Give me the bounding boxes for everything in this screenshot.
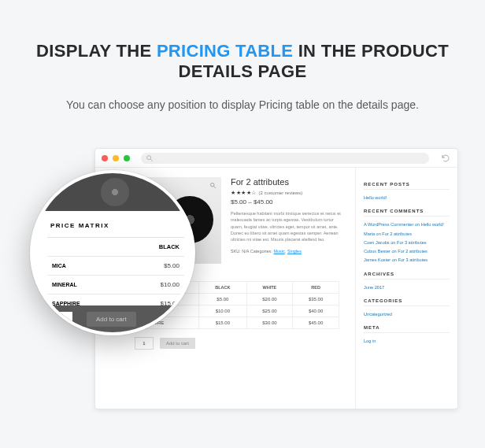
table-row: SAPPHIRE $15.00 $30.00 $45.00: [135, 317, 339, 329]
sidebar-heading: META: [364, 325, 450, 333]
category-link[interactable]: Music: [273, 249, 284, 254]
list-item[interactable]: Coen Jacobs on For 3 attributes: [364, 239, 450, 247]
quantity-input[interactable]: 1: [135, 337, 154, 350]
price-cell: $40.00: [293, 305, 339, 317]
list-item[interactable]: June 2017: [364, 283, 450, 292]
url-bar[interactable]: [141, 153, 429, 164]
price-cell: $5.00: [199, 294, 246, 305]
price-cell: $20.00: [246, 294, 293, 305]
table-header: BLACK: [199, 282, 246, 294]
window-zoom-icon: [124, 155, 130, 161]
pricing-table-zoom: BLACK MICA $5.00 MINERAL $10.00 SAPPHIRE: [47, 238, 184, 313]
list-item[interactable]: Maria on For 2 attributes: [364, 230, 450, 239]
product-description: Pellentesque habitant morbi tristique se…: [231, 210, 344, 243]
quantity-input[interactable]: 1: [57, 312, 72, 326]
magnify-icon: [209, 182, 217, 189]
price-range: $5.00 – $45.00: [231, 198, 344, 205]
list-item[interactable]: James Koster on For 3 attributes: [364, 256, 450, 265]
price-cell: $35.00: [293, 294, 339, 305]
svg-point-2: [211, 183, 215, 187]
svg-line-3: [214, 187, 216, 188]
zoom-lens: PRICE MATRIX BLACK MICA $5.00 MINERAL: [30, 170, 195, 335]
sidebar-heading: CATEGORIES: [364, 298, 450, 306]
price-cell: $10.00: [199, 305, 246, 317]
vinyl-disc-graphic: [101, 178, 129, 206]
price-cell: $15.00: [199, 317, 246, 329]
product-title: For 2 attributes: [231, 177, 344, 187]
headline: DISPLAY THE PRICING TABLE IN THE PRODUCT…: [0, 41, 485, 83]
list-item[interactable]: Log in: [364, 337, 450, 346]
row-label: MINERAL: [47, 276, 124, 294]
price-cell: $10.00: [124, 276, 184, 294]
browser-titlebar: [95, 149, 457, 168]
svg-line-1: [150, 159, 153, 161]
sidebar-heading: RECENT POSTS: [364, 182, 450, 190]
price-cell: $25.00: [246, 305, 293, 317]
price-cell: $30.00: [246, 317, 293, 329]
list-item[interactable]: A WordPress Commenter on Hello world!: [364, 220, 450, 229]
rating-stars: ★★★★☆: [231, 190, 257, 196]
sidebar: RECENT POSTS Hello world! RECENT COMMENT…: [355, 168, 457, 409]
reviews-link[interactable]: (2 customer reviews): [259, 191, 303, 195]
table-row: MINERAL $10.00: [47, 276, 184, 294]
table-header: BLACK: [124, 238, 184, 257]
price-cell: $45.00: [293, 317, 339, 329]
sidebar-heading: RECENT COMMENTS: [364, 209, 450, 217]
list-item[interactable]: Cobus Bester on For 2 attributes: [364, 247, 450, 256]
price-cell: $5.00: [124, 257, 184, 276]
subtext: You can choose any position to display P…: [0, 98, 485, 111]
table-row: MICA $5.00: [47, 257, 184, 276]
sidebar-heading: ARCHIVES: [364, 272, 450, 280]
search-icon: [146, 154, 154, 162]
row-label: MICA: [47, 257, 124, 276]
product-meta: SKU: N/A Categories: Music, Singles: [231, 249, 344, 254]
image-zoom-button[interactable]: [209, 182, 217, 190]
table-header: RED: [293, 282, 339, 294]
reload-button[interactable]: [440, 154, 451, 163]
window-close-icon: [102, 155, 108, 161]
add-to-cart-button[interactable]: Add to cart: [160, 338, 195, 349]
table-header: WHITE: [246, 282, 293, 294]
category-link[interactable]: Singles: [287, 249, 302, 254]
reload-icon: [441, 154, 450, 163]
headline-accent: PRICING TABLE: [157, 41, 293, 61]
headline-pre: DISPLAY THE: [36, 41, 157, 61]
svg-point-0: [147, 155, 151, 159]
list-item[interactable]: Hello world!: [364, 194, 450, 202]
add-to-cart-button[interactable]: Add to cart: [87, 312, 136, 327]
price-matrix-heading: PRICE MATRIX: [47, 211, 184, 238]
categories-label: Categories:: [250, 249, 272, 254]
window-minimize-icon: [113, 155, 119, 161]
list-item[interactable]: Uncategorized: [364, 310, 450, 319]
sku: SKU: N/A: [231, 249, 249, 254]
